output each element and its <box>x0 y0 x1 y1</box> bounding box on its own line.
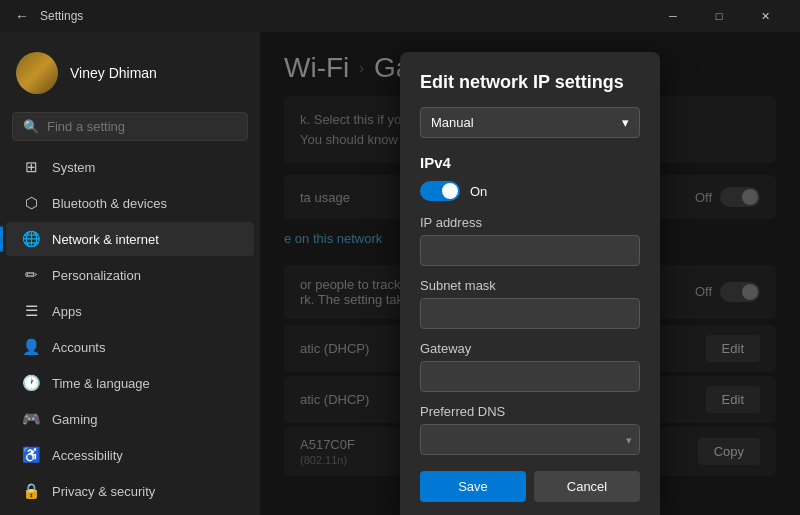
preferred-dns-input[interactable] <box>420 424 640 455</box>
apps-icon: ☰ <box>22 302 40 320</box>
ip-address-field: IP address <box>420 215 640 266</box>
accounts-icon: 👤 <box>22 338 40 356</box>
dropdown-value: Manual <box>431 115 474 130</box>
chevron-down-icon: ▾ <box>622 115 629 130</box>
subnet-mask-label: Subnet mask <box>420 278 640 293</box>
accessibility-icon: ♿ <box>22 446 40 464</box>
subnet-mask-input[interactable] <box>420 298 640 329</box>
maximize-button[interactable]: □ <box>696 0 742 32</box>
privacy-icon: 🔒 <box>22 482 40 500</box>
gateway-input[interactable] <box>420 361 640 392</box>
user-profile[interactable]: Viney Dhiman <box>0 40 260 106</box>
sidebar-item-accessibility[interactable]: ♿ Accessibility <box>6 438 254 472</box>
sidebar-item-accounts[interactable]: 👤 Accounts <box>6 330 254 364</box>
personalization-icon: ✏ <box>22 266 40 284</box>
search-input[interactable] <box>47 119 237 134</box>
dialog-title: Edit network IP settings <box>420 72 640 93</box>
sidebar-item-label: Network & internet <box>52 232 159 247</box>
sidebar-item-network[interactable]: 🌐 Network & internet <box>6 222 254 256</box>
back-button[interactable]: ← <box>12 6 32 26</box>
sidebar-item-time[interactable]: 🕐 Time & language <box>6 366 254 400</box>
minimize-button[interactable]: ─ <box>650 0 696 32</box>
title-bar: ← Settings ─ □ ✕ <box>0 0 800 32</box>
ipv4-section-heading: IPv4 <box>420 154 640 171</box>
ip-mode-dropdown[interactable]: Manual ▾ <box>420 107 640 138</box>
time-icon: 🕐 <box>22 374 40 392</box>
sidebar-item-gaming[interactable]: 🎮 Gaming <box>6 402 254 436</box>
system-icon: ⊞ <box>22 158 40 176</box>
ipv4-toggle-row: On <box>420 181 640 201</box>
sidebar: Viney Dhiman 🔍 ⊞ System ⬡ Bluetooth & de… <box>0 32 260 515</box>
ip-address-label: IP address <box>420 215 640 230</box>
sidebar-item-label: System <box>52 160 95 175</box>
bluetooth-icon: ⬡ <box>22 194 40 212</box>
edit-ip-dialog: Edit network IP settings Manual ▾ IPv4 O… <box>400 52 660 515</box>
subnet-mask-field: Subnet mask <box>420 278 640 329</box>
dialog-buttons: Save Cancel <box>420 471 640 502</box>
search-box[interactable]: 🔍 <box>12 112 248 141</box>
sidebar-item-system[interactable]: ⊞ System <box>6 150 254 184</box>
preferred-dns-field: Preferred DNS ▾ <box>420 404 640 455</box>
sidebar-item-label: Personalization <box>52 268 141 283</box>
window-controls: ─ □ ✕ <box>650 0 788 32</box>
sidebar-item-apps[interactable]: ☰ Apps <box>6 294 254 328</box>
sidebar-item-label: Apps <box>52 304 82 319</box>
ip-address-input[interactable] <box>420 235 640 266</box>
ipv4-toggle[interactable] <box>420 181 460 201</box>
cancel-button[interactable]: Cancel <box>534 471 640 502</box>
close-button[interactable]: ✕ <box>742 0 788 32</box>
dialog-overlay: Edit network IP settings Manual ▾ IPv4 O… <box>260 32 800 515</box>
gateway-field: Gateway <box>420 341 640 392</box>
avatar <box>16 52 58 94</box>
sidebar-item-label: Accessibility <box>52 448 123 463</box>
user-name: Viney Dhiman <box>70 65 157 81</box>
sidebar-item-label: Gaming <box>52 412 98 427</box>
sidebar-item-privacy[interactable]: 🔒 Privacy & security <box>6 474 254 508</box>
sidebar-item-label: Privacy & security <box>52 484 155 499</box>
gateway-label: Gateway <box>420 341 640 356</box>
sidebar-item-label: Time & language <box>52 376 150 391</box>
sidebar-item-label: Accounts <box>52 340 105 355</box>
sidebar-item-bluetooth[interactable]: ⬡ Bluetooth & devices <box>6 186 254 220</box>
gaming-icon: 🎮 <box>22 410 40 428</box>
save-button[interactable]: Save <box>420 471 526 502</box>
preferred-dns-row: ▾ <box>420 424 640 455</box>
ipv4-toggle-label: On <box>470 184 487 199</box>
sidebar-item-personalization[interactable]: ✏ Personalization <box>6 258 254 292</box>
window-title: Settings <box>40 9 650 23</box>
sidebar-item-label: Bluetooth & devices <box>52 196 167 211</box>
main-content: Wi-Fi › Galaxy A517C0F k. Select this if… <box>260 32 800 515</box>
network-icon: 🌐 <box>22 230 40 248</box>
preferred-dns-label: Preferred DNS <box>420 404 640 419</box>
search-icon: 🔍 <box>23 119 39 134</box>
